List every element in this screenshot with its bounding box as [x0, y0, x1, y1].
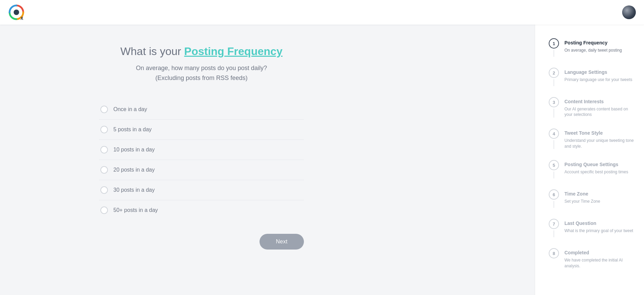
step-title-3: Content Interests	[564, 98, 636, 105]
option-label-2: 5 posts in a day	[113, 126, 152, 133]
step-line-5	[554, 172, 554, 178]
svg-text:X: X	[20, 16, 23, 21]
step-title-2: Language Settings	[564, 69, 636, 76]
option-item-1[interactable]: Once in a day	[99, 99, 304, 120]
step-line-3	[554, 109, 554, 118]
step-circle-8: 8	[549, 248, 559, 258]
step-desc-5: Account specific best posting times	[564, 169, 636, 175]
option-label-5: 30 posts in a day	[113, 187, 155, 193]
step-desc-3: Our AI generates content based on your s…	[564, 106, 636, 118]
step-content-2: Language SettingsPrimary language use fo…	[564, 68, 636, 86]
question-title-highlight: Posting Frequency	[184, 45, 282, 57]
step-circle-wrapper-4: 4	[549, 129, 559, 149]
next-button-wrapper: Next	[99, 234, 304, 250]
step-item-3: 3Content InterestsOur AI generates conte…	[549, 97, 636, 118]
step-line-2	[554, 79, 554, 86]
radio-circle-3[interactable]	[100, 146, 108, 153]
step-circle-wrapper-7: 7	[549, 219, 559, 237]
step-line-1	[554, 50, 554, 57]
option-item-3[interactable]: 10 posts in a day	[99, 140, 304, 160]
step-title-4: Tweet Tone Style	[564, 130, 636, 137]
steps-sidebar: 1Posting FrequencyOn average, daily twee…	[535, 25, 644, 295]
option-item-2[interactable]: 5 posts in a day	[99, 120, 304, 140]
question-title: What is your Posting Frequency	[121, 45, 283, 58]
step-desc-4: Understand your unique tweeting tone and…	[564, 138, 636, 149]
step-item-8: 8CompletedWe have completed the initial …	[549, 248, 636, 269]
question-subtitle: On average, how many posts do you post d…	[136, 63, 267, 83]
radio-circle-2[interactable]	[100, 126, 108, 133]
option-item-6[interactable]: 50+ posts in a day	[99, 200, 304, 220]
radio-circle-4[interactable]	[100, 166, 108, 174]
step-item-5: 5Posting Queue SettingsAccount specific …	[549, 160, 636, 178]
page-wrapper: What is your Posting Frequency On averag…	[0, 0, 644, 295]
steps-list: 1Posting FrequencyOn average, daily twee…	[546, 38, 636, 269]
step-item-1: 1Posting FrequencyOn average, daily twee…	[549, 38, 636, 57]
radio-circle-5[interactable]	[100, 186, 108, 194]
step-content-7: Last QuestionWhat is the primary goal of…	[564, 219, 636, 237]
step-desc-7: What is the primary goal of your tweet	[564, 228, 636, 234]
step-circle-wrapper-3: 3	[549, 97, 559, 118]
step-title-5: Posting Queue Settings	[564, 161, 636, 168]
step-line-6	[554, 201, 554, 208]
step-circle-2: 2	[549, 68, 559, 78]
option-label-4: 20 posts in a day	[113, 167, 155, 173]
step-desc-6: Set your Time Zone	[564, 199, 636, 204]
step-title-7: Last Question	[564, 220, 636, 227]
step-item-4: 4Tweet Tone StyleUnderstand your unique …	[549, 129, 636, 149]
logo-area: X	[8, 4, 25, 21]
step-circle-wrapper-1: 1	[549, 38, 559, 57]
step-circle-wrapper-8: 8	[549, 248, 559, 269]
option-item-4[interactable]: 20 posts in a day	[99, 160, 304, 180]
step-content-4: Tweet Tone StyleUnderstand your unique t…	[564, 129, 636, 149]
step-content-3: Content InterestsOur AI generates conten…	[564, 97, 636, 118]
step-circle-7: 7	[549, 219, 559, 229]
step-title-1: Posting Frequency	[564, 40, 636, 46]
app-header: X	[0, 0, 644, 25]
step-content-1: Posting FrequencyOn average, daily tweet…	[564, 38, 636, 57]
svg-point-1	[14, 10, 19, 15]
step-circle-3: 3	[549, 97, 559, 107]
step-circle-4: 4	[549, 129, 559, 139]
step-desc-1: On average, daily tweet posting	[564, 48, 636, 53]
main-content: What is your Posting Frequency On averag…	[0, 25, 403, 295]
options-container: Once in a day5 posts in a day10 posts in…	[99, 99, 304, 220]
user-avatar[interactable]	[622, 5, 636, 19]
step-desc-2: Primary language use for your tweets	[564, 77, 636, 83]
step-content-5: Posting Queue SettingsAccount specific b…	[564, 160, 636, 178]
step-item-7: 7Last QuestionWhat is the primary goal o…	[549, 219, 636, 237]
step-line-4	[554, 140, 554, 149]
step-circle-wrapper-5: 5	[549, 160, 559, 178]
step-circle-6: 6	[549, 189, 559, 200]
option-label-1: Once in a day	[113, 106, 147, 112]
option-label-3: 10 posts in a day	[113, 147, 155, 153]
step-circle-wrapper-2: 2	[549, 68, 559, 86]
step-line-7	[554, 230, 554, 237]
step-circle-5: 5	[549, 160, 559, 170]
step-title-6: Time Zone	[564, 191, 636, 198]
step-circle-1: 1	[549, 38, 559, 49]
step-item-2: 2Language SettingsPrimary language use f…	[549, 68, 636, 86]
step-desc-8: We have completed the initial AI analysi…	[564, 257, 636, 269]
step-title-8: Completed	[564, 250, 636, 256]
radio-circle-1[interactable]	[100, 106, 108, 113]
option-label-6: 50+ posts in a day	[113, 207, 158, 213]
step-item-6: 6Time ZoneSet your Time Zone	[549, 189, 636, 208]
next-button[interactable]: Next	[260, 234, 304, 250]
step-content-6: Time ZoneSet your Time Zone	[564, 189, 636, 208]
option-item-5[interactable]: 30 posts in a day	[99, 180, 304, 200]
step-circle-wrapper-6: 6	[549, 189, 559, 208]
circleboom-logo-icon: X	[8, 4, 25, 21]
radio-circle-6[interactable]	[100, 206, 108, 214]
step-content-8: CompletedWe have completed the initial A…	[564, 248, 636, 269]
